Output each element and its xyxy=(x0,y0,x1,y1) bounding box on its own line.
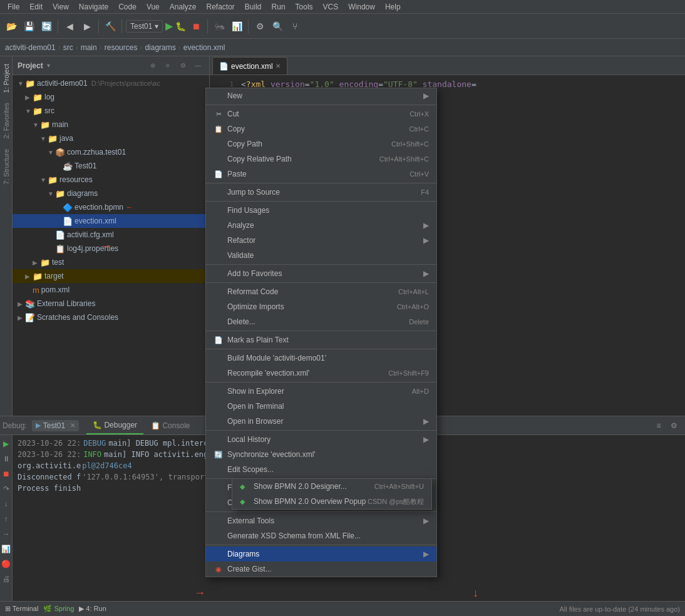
tree-evection-bpmn[interactable]: ▶ 🔷 evection.bpmn ← xyxy=(13,200,209,214)
breadcrumb-src[interactable]: src xyxy=(63,43,73,52)
run-config-selector[interactable]: Test01 ▾ xyxy=(126,20,163,33)
ctx-paste[interactable]: 📄 Paste Ctrl+V xyxy=(206,167,436,182)
ctx-reformat-code[interactable]: Reformat Code Ctrl+Alt+L xyxy=(206,284,436,299)
ctx-build-module[interactable]: Build Module 'activiti-demo01' xyxy=(206,351,436,366)
favorites-tab-vertical[interactable]: 2: Favorites xyxy=(0,98,13,143)
run-button[interactable]: ▶ xyxy=(165,20,173,32)
menu-navigate[interactable]: Navigate xyxy=(74,1,113,13)
submenu-show-bpmn-designer[interactable]: ◆ Show BPMN 2.0 Designer... Ctrl+Alt+Shi… xyxy=(232,479,431,494)
ctx-create-gist[interactable]: ◉ Create Gist... xyxy=(206,562,436,577)
back-button[interactable]: ◀ xyxy=(62,19,77,34)
step-over-button[interactable]: ↷ xyxy=(0,483,13,495)
editor-tab-evection-xml[interactable]: 📄 evection.xml ✕ xyxy=(212,57,287,74)
ctx-delete[interactable]: Delete... Delete xyxy=(206,314,436,329)
tree-resources[interactable]: ▼ 📁 resources xyxy=(13,173,209,187)
filter-button[interactable]: ≡ xyxy=(652,419,665,432)
tree-java[interactable]: ▼ 📁 java xyxy=(13,131,209,145)
menu-analyze[interactable]: Analyze xyxy=(165,1,202,13)
build-button[interactable]: 🔨 xyxy=(103,19,118,34)
ctx-copy-path[interactable]: Copy Path Ctrl+Shift+C xyxy=(206,136,436,151)
menu-file[interactable]: File xyxy=(3,1,24,13)
settings-icon[interactable]: ⚙ xyxy=(667,419,680,432)
mute-breakpoints-button[interactable]: 🔴 xyxy=(0,558,13,570)
ctx-find-usages[interactable]: Find Usages xyxy=(206,203,436,218)
forward-button[interactable]: ▶ xyxy=(80,19,95,34)
tree-target[interactable]: ▶ 📁 target xyxy=(13,269,209,283)
run-tab[interactable]: ▶ 4: Run xyxy=(79,605,106,613)
breadcrumb-project[interactable]: activiti-demo01 xyxy=(5,43,56,52)
step-out-button[interactable]: ↑ xyxy=(0,513,13,525)
sync-button[interactable]: 🔄 xyxy=(39,19,54,34)
menu-window[interactable]: Window xyxy=(343,1,380,13)
breadcrumb-main[interactable]: main xyxy=(81,43,97,52)
menu-tools[interactable]: Tools xyxy=(291,1,318,13)
menu-view[interactable]: View xyxy=(48,1,74,13)
settings-button[interactable]: ⚙ xyxy=(252,19,267,34)
submenu-show-bpmn-overview[interactable]: ◆ Show BPMN 2.0 Overview Popup CSDN @ps酷… xyxy=(232,494,431,509)
breadcrumb-resources[interactable]: resources xyxy=(105,43,138,52)
structure-tab-vertical[interactable]: 7: Structure xyxy=(0,144,13,190)
ctx-edit-scopes[interactable]: Edit Scopes... xyxy=(206,462,436,477)
stop-button[interactable]: ⏹ xyxy=(188,19,203,34)
collapse-all-button[interactable]: ≡ xyxy=(162,59,174,72)
menu-build[interactable]: Build xyxy=(240,1,267,13)
ctx-optimize-imports[interactable]: Optimize Imports Ctrl+Alt+O xyxy=(206,299,436,314)
tree-evection-xml[interactable]: ▶ 📄 evection.xml xyxy=(13,214,209,228)
ctx-recompile[interactable]: Recompile 'evection.xml' Ctrl+Shift+F9 xyxy=(206,366,436,381)
ctx-new[interactable]: New ▶ xyxy=(206,88,436,103)
ctx-show-in-explorer[interactable]: Show in Explorer Alt+D xyxy=(206,384,436,399)
menu-edit[interactable]: Edit xyxy=(24,1,48,13)
menu-vue[interactable]: Vue xyxy=(142,1,165,13)
stop-debug-button[interactable]: ⏹ xyxy=(0,468,13,480)
ctx-open-in-terminal[interactable]: Open in Terminal xyxy=(206,399,436,414)
profile-button[interactable]: 📊 xyxy=(229,19,244,34)
menu-code[interactable]: Code xyxy=(113,1,142,13)
close-panel-button[interactable]: — xyxy=(192,59,204,72)
run-to-cursor-button[interactable]: → xyxy=(0,528,13,540)
console-tab[interactable]: 📋 Console xyxy=(145,417,196,434)
locate-button[interactable]: ⊕ xyxy=(147,59,159,72)
evaluate-button[interactable]: 📊 xyxy=(0,543,13,555)
git-button[interactable]: ⑂ xyxy=(287,19,302,34)
ctx-copy-relative-path[interactable]: Copy Relative Path Ctrl+Alt+Shift+C xyxy=(206,151,436,167)
ctx-add-to-favorites[interactable]: Add to Favorites ▶ xyxy=(206,266,436,281)
breadcrumb-diagrams[interactable]: diagrams xyxy=(145,43,175,52)
tree-external-libs[interactable]: ▶ 📚 External Libraries xyxy=(13,297,209,311)
resume-button[interactable]: ▶ xyxy=(0,438,13,450)
terminal-tab[interactable]: ⊞ Terminal xyxy=(5,605,38,613)
print-button[interactable]: 🖨 xyxy=(0,573,13,585)
ctx-refactor[interactable]: Refactor ▶ xyxy=(206,233,436,248)
tree-package[interactable]: ▼ 📦 com.zzhua.test01 xyxy=(13,145,209,159)
tree-diagrams[interactable]: ▼ 📁 diagrams xyxy=(13,187,209,200)
ctx-local-history[interactable]: Local History ▶ xyxy=(206,432,436,447)
ctx-validate[interactable]: Validate xyxy=(206,248,436,263)
menu-run[interactable]: Run xyxy=(267,1,291,13)
ctx-jump-to-source[interactable]: Jump to Source F4 xyxy=(206,185,436,200)
close-tab-button[interactable]: ✕ xyxy=(276,63,281,69)
ctx-copy[interactable]: 📋 Copy Ctrl+C xyxy=(206,121,436,136)
tree-src[interactable]: ▼ 📁 src xyxy=(13,104,209,118)
project-tab-vertical[interactable]: 1: Project xyxy=(0,59,13,98)
ctx-analyze[interactable]: Analyze ▶ xyxy=(206,218,436,233)
tree-log[interactable]: ▶ 📁 log xyxy=(13,90,209,104)
tree-test[interactable]: ▶ 📁 test xyxy=(13,255,209,269)
debugger-tab[interactable]: 🐛 Debugger xyxy=(86,417,143,434)
save-button[interactable]: 💾 xyxy=(21,19,36,34)
menu-vcs[interactable]: VCS xyxy=(318,1,344,13)
open-file-button[interactable]: 📂 xyxy=(4,19,19,34)
tree-test01[interactable]: ▶ ☕ Test01 xyxy=(13,159,209,173)
menu-help[interactable]: Help xyxy=(380,1,406,13)
pause-button[interactable]: ⏸ xyxy=(0,453,13,465)
step-into-button[interactable]: ↓ xyxy=(0,498,13,510)
ctx-generate-xsd[interactable]: Generate XSD Schema from XML File... xyxy=(206,528,436,543)
ctx-synchronize[interactable]: 🔄 Synchronize 'evection.xml' xyxy=(206,447,436,462)
debug-config-selector[interactable]: ▶ Test01 ✕ xyxy=(32,420,79,431)
breadcrumb-file[interactable]: evection.xml xyxy=(183,43,225,52)
ant-button[interactable]: 🐜 xyxy=(212,19,227,34)
search-everywhere-button[interactable]: 🔍 xyxy=(270,19,285,34)
ctx-cut[interactable]: ✂ Cut Ctrl+X xyxy=(206,106,436,121)
ctx-external-tools[interactable]: External Tools ▶ xyxy=(206,513,436,528)
debug-button[interactable]: 🐛 xyxy=(175,21,186,31)
settings-icon[interactable]: ⚙ xyxy=(177,59,189,72)
ctx-diagrams[interactable]: Diagrams ▶ xyxy=(206,547,436,562)
